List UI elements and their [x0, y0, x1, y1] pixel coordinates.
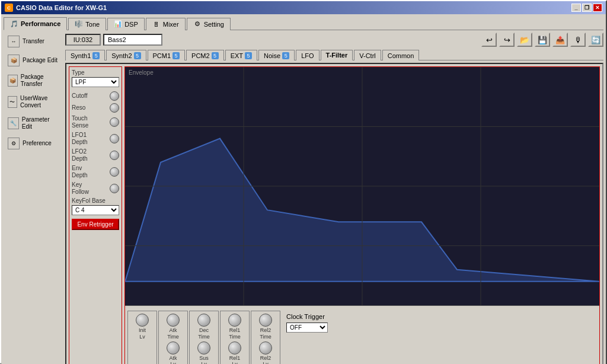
- atk-time-knob[interactable]: [167, 314, 180, 327]
- sidebar-item-userwave[interactable]: 〜 UserWave Convert: [4, 92, 63, 112]
- cutoff-row: Cutoff: [72, 91, 119, 101]
- rel2-panel: Rel2Time Rel2Lv: [251, 311, 280, 364]
- dsp-tab-icon: 📊: [114, 20, 122, 28]
- init-lv-label: InitLv: [139, 327, 146, 340]
- id-display: IU:032: [65, 34, 101, 46]
- rel1-time-knob[interactable]: [228, 314, 241, 327]
- open-button[interactable]: 📂: [517, 33, 532, 47]
- touch-sense-row: TouchSense: [72, 114, 119, 130]
- sidebar-item-package-edit[interactable]: 📦 Package Edit: [4, 52, 63, 69]
- sub-tab-ext[interactable]: EXT 5: [225, 50, 257, 60]
- title-bar-left: C CASIO Data Editor for XW-G1: [5, 4, 107, 12]
- cutoff-label: Cutoff: [72, 92, 88, 100]
- type-select[interactable]: LPF HPF BPF: [72, 77, 119, 87]
- dec-panel: DecTime SusLv: [189, 311, 219, 364]
- tab-tone[interactable]: 🎼 Tone: [68, 18, 106, 30]
- rel1-lv-label: Rel1Lv: [229, 355, 241, 364]
- rel1-time-label: Rel1Time: [229, 327, 241, 340]
- rel2-lv-knob[interactable]: [259, 341, 272, 355]
- performance-tab-icon: 🎵: [10, 20, 18, 28]
- sidebar-item-transfer[interactable]: ↔ Transfer: [4, 33, 63, 50]
- window-title: CASIO Data Editor for XW-G1: [16, 4, 107, 11]
- lfo2-depth-knob[interactable]: [110, 151, 119, 160]
- redo-button[interactable]: ↪: [499, 33, 515, 47]
- atk-panel: AtkTime AtkLv: [158, 311, 188, 364]
- rel2-time-label: Rel2Time: [260, 327, 271, 340]
- dec-time-knob[interactable]: [197, 314, 210, 327]
- touch-sense-knob[interactable]: [110, 117, 119, 127]
- type-label: Type: [72, 69, 119, 76]
- transfer-icon: ↔: [8, 36, 20, 47]
- tab-tone-label: Tone: [85, 21, 100, 28]
- reso-label: Reso: [72, 104, 85, 111]
- bottom-panels: InitLv AtkTime: [125, 308, 599, 364]
- init-lv-col: InitLv: [136, 314, 149, 340]
- record-button[interactable]: 🎙: [570, 33, 586, 47]
- init-lv-knob[interactable]: [136, 314, 149, 327]
- rel2-lv-label: Rel2Lv: [260, 355, 271, 364]
- title-bar: C CASIO Data Editor for XW-G1 _ ❐ ✕: [1, 1, 606, 14]
- minimize-button[interactable]: _: [571, 4, 581, 12]
- sub-tab-vctrl[interactable]: V-Ctrl: [354, 50, 381, 60]
- rel2-time-knob[interactable]: [259, 314, 272, 327]
- main-window: C CASIO Data Editor for XW-G1 _ ❐ ✕ 🎵 Pe…: [0, 0, 607, 364]
- undo-button[interactable]: ↩: [481, 33, 497, 47]
- userwave-icon: 〜: [8, 96, 17, 108]
- lfo1-depth-knob[interactable]: [110, 134, 119, 143]
- export-button[interactable]: 📤: [552, 33, 568, 47]
- tab-mixer[interactable]: 🎚 Mixer: [146, 18, 186, 30]
- name-input[interactable]: [103, 34, 162, 46]
- atk-lv-knob[interactable]: [167, 341, 180, 355]
- window-body: 🎵 Performance 🎼 Tone 📊 DSP 🎚 Mixer ⚙ Set…: [1, 14, 606, 364]
- sidebar-userwave-label: UserWave Convert: [20, 95, 59, 109]
- keyfol-base-select[interactable]: C 4 C 3 C 5: [72, 205, 119, 215]
- tab-setting-label: Setting: [204, 21, 224, 28]
- sub-tab-noise[interactable]: Noise 5: [258, 50, 295, 60]
- sub-tab-pcm1[interactable]: PCM1 5: [148, 50, 186, 60]
- cutoff-knob[interactable]: [110, 91, 119, 101]
- key-follow-knob[interactable]: [110, 184, 119, 193]
- sidebar-item-package-transfer[interactable]: 📦 Package Transfer: [4, 71, 63, 91]
- tab-dsp[interactable]: 📊 DSP: [107, 18, 145, 30]
- sidebar-item-preference[interactable]: ⚙ Preference: [4, 135, 63, 152]
- touch-sense-label: TouchSense: [72, 115, 88, 129]
- sub-tab-common[interactable]: Common: [382, 50, 420, 60]
- package-transfer-icon: 📦: [8, 75, 18, 87]
- sus-lv-label: SusLv: [199, 355, 209, 364]
- sidebar-item-parameter[interactable]: 🔧 Parameter Edit: [4, 113, 63, 133]
- tab-performance[interactable]: 🎵 Performance: [4, 17, 67, 30]
- atk-time-label: AtkTime: [167, 327, 179, 340]
- key-follow-label: KeyFollow: [72, 181, 89, 196]
- atk-lv-label: AtkLv: [169, 355, 177, 364]
- sub-tab-pcm2[interactable]: PCM2 5: [186, 50, 224, 60]
- refresh-button[interactable]: 🔄: [588, 33, 603, 47]
- reso-knob[interactable]: [110, 103, 119, 113]
- tab-setting[interactable]: ⚙ Setting: [187, 18, 231, 30]
- lfo1-depth-label: LFO1Depth: [72, 132, 88, 146]
- setting-tab-icon: ⚙: [193, 20, 202, 28]
- sus-lv-knob[interactable]: [197, 341, 210, 355]
- rel1-lv-knob[interactable]: [228, 341, 241, 355]
- restore-button[interactable]: ❐: [582, 4, 592, 12]
- env-depth-row: EnvDepth: [72, 164, 119, 180]
- sub-tab-lfo[interactable]: LFO: [296, 50, 319, 60]
- app-icon: C: [5, 4, 13, 12]
- sub-tab-synth1[interactable]: Synth1 5: [65, 50, 105, 60]
- toolbar: IU:032 ↩ ↪ 📂 💾 📤 🎙 🔄: [65, 33, 603, 47]
- env-retrigger-button[interactable]: Env Retrigger: [72, 219, 119, 230]
- clock-trigger-select[interactable]: OFF ON 1/4 1/8 1/16: [286, 323, 328, 333]
- sidebar-parameter-label: Parameter Edit: [22, 116, 59, 130]
- save-button[interactable]: 💾: [535, 33, 550, 47]
- tab-dsp-label: DSP: [124, 21, 138, 28]
- close-button[interactable]: ✕: [593, 4, 602, 12]
- window-controls: _ ❐ ✕: [571, 4, 602, 12]
- parameter-icon: 🔧: [8, 117, 19, 129]
- env-depth-knob[interactable]: [110, 167, 119, 177]
- envelope-label: Envelope: [129, 69, 154, 76]
- content-area: Type LPF HPF BPF Cutoff Re: [65, 63, 603, 364]
- sub-tab-synth2[interactable]: Synth2 5: [106, 50, 146, 60]
- keyfol-base-label: KeyFol Base: [72, 197, 119, 205]
- sub-tab-tfilter[interactable]: T-Filter: [321, 50, 353, 60]
- env-depth-label: EnvDepth: [72, 165, 88, 179]
- preference-icon: ⚙: [8, 138, 20, 149]
